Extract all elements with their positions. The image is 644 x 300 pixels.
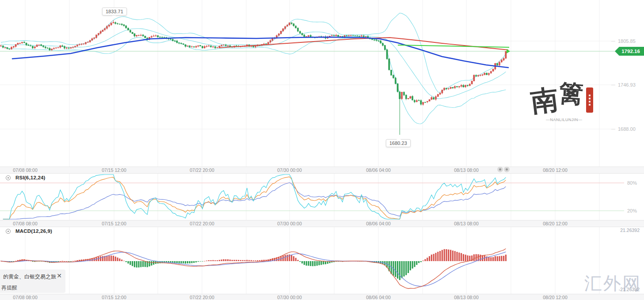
- nav-dot-right[interactable]: [504, 167, 510, 172]
- time-label: 07/08 08:00: [5, 295, 45, 300]
- macd-panel-canvas[interactable]: [0, 227, 644, 294]
- rsi-ref-label: 20%: [627, 208, 637, 213]
- chart-nav-dots[interactable]: [497, 167, 510, 172]
- price-tick: [611, 41, 615, 42]
- time-label: 07/08 08:00: [5, 167, 45, 173]
- low-price-annotation: 1680.23: [386, 139, 411, 147]
- time-axis-macd: 07/08 08:0007/15 12:0007/22 20:0007/30 0…: [0, 294, 644, 300]
- time-label: 07/22 20:00: [182, 221, 222, 226]
- price-axis-label: 1688.00: [618, 126, 636, 132]
- rsi6-line: [3, 175, 506, 219]
- logo-character-nan: 南: [529, 81, 560, 121]
- macd-max-label: 21.26392: [620, 228, 640, 233]
- close-icon[interactable]: ✕: [57, 272, 62, 279]
- trend-line: [398, 45, 509, 47]
- time-label: 07/22 20:00: [182, 167, 222, 173]
- macd-min-label: -21.26392: [619, 287, 640, 292]
- time-axis-rsi: 07/08 08:0007/15 12:0007/22 20:0007/30 0…: [0, 220, 644, 227]
- time-label: 07/15 12:00: [94, 167, 134, 173]
- macd-histogram: [0, 249, 507, 280]
- time-label: 07/30 00:00: [270, 221, 309, 226]
- price-tick: [611, 129, 615, 129]
- time-label: 08/13 08:00: [446, 221, 486, 226]
- time-label: 08/20 12:00: [535, 295, 575, 300]
- rsi-lines: [3, 175, 506, 219]
- time-label: 08/20 12:00: [535, 167, 575, 173]
- ma-blue-line: [12, 37, 508, 68]
- popup-remind-button[interactable]: 再提醒: [1, 284, 17, 292]
- rsi-ref-label: 80%: [627, 180, 637, 186]
- time-label: 07/30 00:00: [270, 167, 309, 173]
- price-tick: [611, 85, 615, 85]
- time-label: 07/22 20:00: [182, 295, 222, 300]
- time-label: 08/13 08:00: [446, 295, 486, 300]
- promo-popup: 的黄金、白银交易之旅 ✕ 再提醒: [0, 270, 65, 293]
- price-grid-lines: [0, 41, 615, 129]
- logo-subtitle: —NANLILUNJIN—: [546, 118, 583, 122]
- macd-panel-title: MACD(12,26,9): [15, 228, 52, 234]
- rsi-settings-icon[interactable]: [6, 175, 11, 180]
- time-label: 08/06 04:00: [358, 221, 398, 226]
- time-label: 07/08 08:00: [5, 221, 45, 226]
- time-label: 07/15 12:00: [94, 221, 134, 226]
- time-label: 07/30 00:00: [270, 295, 309, 300]
- high-annotation-caret: [112, 15, 116, 18]
- time-label: 08/20 12:00: [535, 221, 575, 226]
- macd-dif-line: [1, 249, 506, 289]
- nav-dot-left[interactable]: [497, 167, 503, 172]
- macd-settings-icon[interactable]: [6, 229, 11, 234]
- last-price-badge: 1792.16: [615, 47, 644, 56]
- trading-chart-screen: 1833.71 1680.23 1805.851746.931688.00 17…: [0, 0, 644, 300]
- time-label: 07/15 12:00: [94, 295, 134, 300]
- rsi-panel-canvas[interactable]: [0, 174, 644, 220]
- time-label: 08/06 04:00: [358, 295, 398, 300]
- rsi-panel-title: RSI(6,12,24): [15, 175, 46, 180]
- time-label: 08/06 04:00: [358, 167, 398, 173]
- time-label: 08/13 08:00: [446, 167, 486, 173]
- price-axis-label: 1746.93: [618, 82, 636, 87]
- rsi24-line: [3, 182, 506, 219]
- bollinger-bands: [1, 13, 506, 124]
- low-annotation-caret: [396, 137, 401, 140]
- price-axis-label: 1805.85: [618, 38, 636, 44]
- popup-text: 的黄金、白银交易之旅: [3, 273, 56, 281]
- time-axis-main: 07/08 08:0007/15 12:0007/22 20:0007/30 0…: [0, 167, 644, 174]
- logo-character-li: 篱: [558, 77, 584, 111]
- logo-red-seal: [586, 87, 593, 113]
- nanli-logo: 南 篱 —NANLILUNJIN—: [528, 80, 601, 125]
- high-price-annotation: 1833.71: [102, 8, 127, 15]
- ma-red-line: [219, 38, 508, 50]
